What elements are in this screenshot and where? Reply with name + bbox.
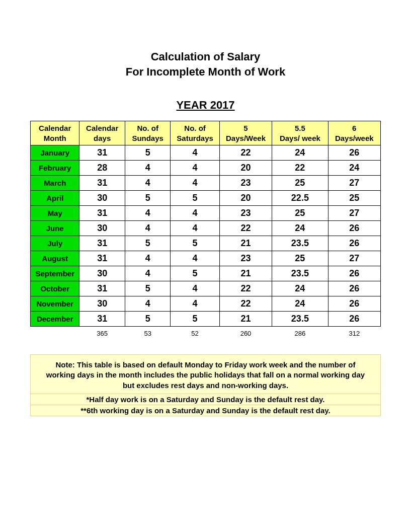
month-cell: September [31,266,79,281]
five-day-cell: 22 [219,221,272,236]
table-row: February2844202224 [31,161,381,176]
five-half-day-cell: 23.5 [272,266,328,281]
month-cell: August [31,251,79,266]
month-cell: December [31,312,79,327]
five-half-day-cell: 22.5 [272,191,328,206]
calendar-days-cell: 31 [79,281,125,296]
five-day-cell: 20 [219,161,272,176]
five-half-day-cell: 22 [272,161,328,176]
note-sub2: **6th working day is on a Saturday and S… [31,405,380,416]
five-day-cell: 21 [219,312,272,327]
sundays-cell: 4 [125,206,170,221]
saturdays-cell: 5 [171,266,219,281]
column-header: No. ofSundays [125,121,170,145]
total-sundays: 53 [125,327,170,340]
calendar-days-cell: 31 [79,236,125,251]
table-row: December31552123.526 [31,312,381,327]
total-saturdays: 52 [171,327,219,340]
calendar-days-cell: 31 [79,145,125,161]
five-half-day-cell: 24 [272,296,328,312]
table-row: June3044222426 [31,221,381,236]
six-day-cell: 25 [328,191,380,206]
six-day-cell: 26 [328,266,380,281]
five-day-cell: 22 [219,281,272,296]
calendar-days-cell: 30 [79,221,125,236]
five-half-day-cell: 23.5 [272,236,328,251]
month-cell: October [31,281,79,296]
sundays-cell: 4 [125,176,170,191]
saturdays-cell: 4 [171,221,219,236]
table-row: November3044222426 [31,296,381,312]
saturdays-cell: 5 [171,236,219,251]
note-box: Note: This table is based on default Mon… [30,354,381,416]
six-day-cell: 26 [328,236,380,251]
five-day-cell: 21 [219,266,272,281]
six-day-cell: 26 [328,312,380,327]
calendar-table: CalendarMonthCalendardaysNo. ofSundaysNo… [30,121,381,339]
table-row: April30552022.525 [31,191,381,206]
total-5day: 260 [219,327,272,340]
five-day-cell: 22 [219,145,272,161]
five-day-cell: 22 [219,296,272,312]
calendar-days-cell: 28 [79,161,125,176]
sundays-cell: 4 [125,296,170,312]
note-main: Note: This table is based on default Mon… [31,355,380,394]
table-row: September30452123.526 [31,266,381,281]
sundays-cell: 4 [125,266,170,281]
title-line2: For Incomplete Month of Work [30,65,381,79]
total-days: 365 [79,327,125,340]
six-day-cell: 27 [328,176,380,191]
month-cell: July [31,236,79,251]
sundays-cell: 5 [125,191,170,206]
five-half-day-cell: 25 [272,176,328,191]
table-header-row: CalendarMonthCalendardaysNo. ofSundaysNo… [31,121,381,145]
sundays-cell: 5 [125,312,170,327]
calendar-days-cell: 31 [79,251,125,266]
total-55day: 286 [272,327,328,340]
sundays-cell: 4 [125,251,170,266]
month-cell: April [31,191,79,206]
sundays-cell: 5 [125,281,170,296]
saturdays-cell: 4 [171,206,219,221]
sundays-cell: 5 [125,236,170,251]
month-cell: November [31,296,79,312]
column-header: 5Days/Week [219,121,272,145]
five-day-cell: 20 [219,191,272,206]
six-day-cell: 24 [328,161,380,176]
saturdays-cell: 4 [171,145,219,161]
six-day-cell: 26 [328,296,380,312]
month-cell: March [31,176,79,191]
calendar-days-cell: 31 [79,312,125,327]
column-header: 5.5Days/ week [272,121,328,145]
saturdays-cell: 4 [171,161,219,176]
saturdays-cell: 4 [171,251,219,266]
month-cell: June [31,221,79,236]
month-cell: January [31,145,79,161]
total-6day: 312 [328,327,380,340]
table-row: January3154222426 [31,145,381,161]
five-day-cell: 23 [219,206,272,221]
saturdays-cell: 4 [171,296,219,312]
six-day-cell: 26 [328,221,380,236]
six-day-cell: 26 [328,281,380,296]
five-half-day-cell: 23.5 [272,312,328,327]
six-day-cell: 26 [328,145,380,161]
six-day-cell: 27 [328,251,380,266]
five-half-day-cell: 25 [272,251,328,266]
month-cell: May [31,206,79,221]
five-half-day-cell: 25 [272,206,328,221]
sundays-cell: 4 [125,161,170,176]
month-cell: February [31,161,79,176]
year-heading: YEAR 2017 [30,99,381,112]
five-half-day-cell: 24 [272,221,328,236]
table-row: August3144232527 [31,251,381,266]
saturdays-cell: 5 [171,312,219,327]
totals-row: 365 53 52 260 286 312 [31,327,381,340]
five-half-day-cell: 24 [272,145,328,161]
sundays-cell: 5 [125,145,170,161]
five-half-day-cell: 24 [272,281,328,296]
table-row: July31552123.526 [31,236,381,251]
saturdays-cell: 4 [171,176,219,191]
title-line1: Calculation of Salary [30,50,381,63]
five-day-cell: 23 [219,176,272,191]
